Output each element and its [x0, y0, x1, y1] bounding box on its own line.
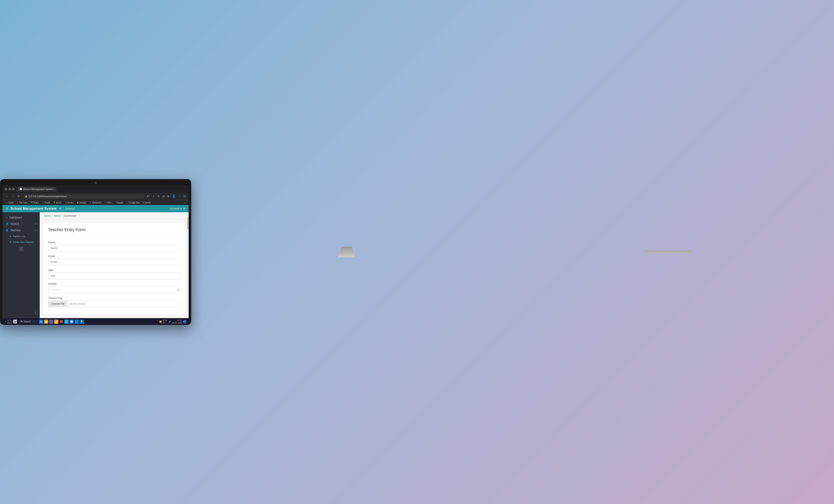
scrollbar[interactable]: [187, 212, 189, 318]
breadcrumb-admin[interactable]: Admin: [53, 214, 61, 217]
account-chevron-icon: ▾: [180, 207, 182, 210]
taskbar-app-bing[interactable]: B: [39, 320, 43, 324]
hamburger-icon[interactable]: ≡: [6, 207, 8, 211]
teachers-icon: 👤: [5, 229, 9, 232]
topbar-right: Account ▾ ≡: [170, 207, 185, 211]
tab-title: School Management System: [23, 188, 53, 190]
bookmark-label: YouTube: [19, 201, 27, 204]
taskbar-app-skype[interactable]: S: [64, 320, 69, 324]
app-title: School Management System: [10, 207, 57, 211]
browser-navbar: ← → ↻ 🔒 127.0.0.1:8000/teachers/registra…: [3, 193, 189, 200]
breadcrumb-home[interactable]: Home: [44, 214, 51, 217]
app-layout: ⊙ Dashboard 👤 Student ▾ 👤 Teachers ▾ ✦ T…: [3, 212, 189, 318]
student-icon: 👤: [5, 222, 9, 225]
bookmark-peace[interactable]: ☮ peace: [141, 201, 153, 204]
sidebar-item-create-teacher[interactable]: ✦ Create New Teacher: [3, 239, 40, 245]
email-group: Email:: [48, 255, 180, 265]
bing-icon[interactable]: Ⓑ: [182, 194, 187, 199]
refresh-icon[interactable]: ↻: [157, 194, 160, 198]
sidebar-add-button[interactable]: +: [19, 247, 24, 251]
restore-button[interactable]: □: [8, 188, 11, 190]
sidebar-item-teachers[interactable]: 👤 Teachers ▾: [3, 227, 40, 234]
pixels-icon: ⬡: [42, 201, 44, 203]
bookmark-kaggle[interactable]: k Kaggle: [113, 201, 125, 204]
back-button[interactable]: ←: [4, 194, 9, 198]
start-button[interactable]: ⊞: [13, 320, 17, 324]
topbar-hamburger-icon[interactable]: ≡: [183, 207, 185, 211]
taskbar-app-files[interactable]: 📁: [44, 320, 48, 324]
name-input[interactable]: [48, 245, 180, 251]
bookmark-admin[interactable]: ⚑ admin: [52, 201, 63, 204]
teacher-img-label: Teacher img:: [48, 297, 180, 300]
sidebar-item-teacher-list[interactable]: ✦ Teacher List: [3, 234, 40, 239]
extensions-icon[interactable]: ⊕: [166, 194, 170, 198]
bookmark-label: Pixels: [44, 201, 50, 204]
more-button[interactable]: ⋯: [177, 194, 182, 198]
refresh-button[interactable]: ↻: [17, 194, 21, 198]
sidebar-item-student[interactable]: 👤 Student ▾: [3, 221, 40, 227]
browser-tab[interactable]: 📄 School Management System: [17, 187, 56, 192]
bookmark-icon[interactable]: ☆: [151, 194, 156, 198]
email-input[interactable]: [48, 259, 180, 265]
search-label: Search: [24, 321, 31, 323]
breadcrumb: Home / Admin / Dashboard: [40, 212, 189, 220]
account-button[interactable]: Account ▾: [170, 207, 181, 210]
taskbar-search[interactable]: 🔍 Search: [19, 320, 38, 323]
taskbar-app-edge[interactable]: 🌐: [74, 320, 79, 324]
name-label: Name:: [48, 241, 180, 244]
odoo-icon: ●: [105, 201, 106, 203]
bookmark-maps[interactable]: 🗺 Maps: [29, 201, 40, 204]
vendor-icon: ◈: [65, 201, 66, 203]
close-button[interactable]: ✕: [12, 188, 15, 190]
browser-controls: ─ □ ✕: [5, 188, 15, 190]
minimize-button[interactable]: ─: [5, 188, 7, 190]
taskbar-app-chrome[interactable]: 🔴: [59, 320, 64, 324]
taskbar-right: ^ 📶 ENG IN 🔊 11:31 04-07-2023 🔵: [157, 319, 186, 324]
settings-link[interactable]: Settings: [65, 207, 74, 210]
email-label: Email:: [48, 255, 180, 258]
youtube-icon: ▶: [17, 201, 19, 203]
age-group: Age:: [48, 268, 180, 279]
bookmark-pixels[interactable]: ⬡ Pixels: [41, 201, 52, 204]
sidebar-item-label: Dashboard: [9, 216, 22, 219]
age-input[interactable]: [48, 272, 180, 279]
taskbar-app-vscode[interactable]: 💡: [80, 320, 84, 324]
menu-icon[interactable]: ≡: [59, 207, 61, 211]
taskbar-date-text: 04-07-2023: [172, 322, 182, 324]
breadcrumb-sep-1: /: [52, 214, 52, 217]
choose-file-button[interactable]: Choose File: [48, 301, 67, 307]
create-teacher-dot-icon: ✦: [9, 241, 11, 243]
gender-select[interactable]: ---------- Male Female Other: [48, 286, 180, 293]
bookmark-youtube[interactable]: ▶ YouTube: [16, 201, 29, 204]
taskbar-app-video[interactable]: 📹: [49, 320, 53, 324]
address-bar[interactable]: 🔒 127.0.0.1:8000/teachers/registration/: [22, 194, 145, 198]
bookmark-odoo[interactable]: ● odoo: [104, 201, 113, 204]
bookmark-label: chatgpt: [79, 201, 86, 204]
taskbar-datetime: 11:31 04-07-2023: [172, 319, 182, 324]
translate-icon[interactable]: Aᴬ: [146, 194, 151, 198]
taskbar-lang: ENG IN: [163, 319, 167, 324]
taskbar-network-icon: 📶: [159, 321, 162, 323]
bookmark-stellarium[interactable]: ★ Stellarium: [88, 201, 103, 204]
taskbar-caret-icon: ^: [157, 321, 158, 323]
bookmark-label: vendor: [67, 201, 74, 204]
bookmark-gmail[interactable]: ✉ Gmail: [4, 201, 15, 204]
scrollbar-thumb: [187, 217, 189, 229]
bookmark-googlesky[interactable]: G Google Sky: [125, 201, 141, 204]
forward-button[interactable]: →: [10, 194, 15, 198]
taskbar-app-clock[interactable]: 🕐: [69, 320, 74, 324]
bookmark-chatgpt[interactable]: ◉ chatgpt: [75, 201, 88, 204]
form-title: Teacher Entry Form: [48, 227, 180, 232]
taskbar-sound-icon: 🔊: [169, 321, 171, 323]
peace-icon: ☮: [143, 201, 145, 203]
sidebar-item-dashboard[interactable]: ⊙ Dashboard: [3, 214, 40, 221]
breadcrumb-sep-2: /: [62, 214, 63, 217]
monitor-stand: [334, 247, 359, 257]
taskbar-notification-icon[interactable]: 🔵: [183, 320, 186, 323]
taskbar-app-folder[interactable]: 📂: [54, 320, 59, 324]
sidebar-collapse-button[interactable]: ❮: [3, 310, 40, 316]
bookmark-vendor[interactable]: ◈ vendor: [64, 201, 75, 204]
taskbar-weather: ☀ 32°C Haze: [5, 320, 12, 324]
profile-icon[interactable]: 👤: [171, 194, 176, 198]
collections-icon[interactable]: ⊟: [161, 194, 166, 198]
